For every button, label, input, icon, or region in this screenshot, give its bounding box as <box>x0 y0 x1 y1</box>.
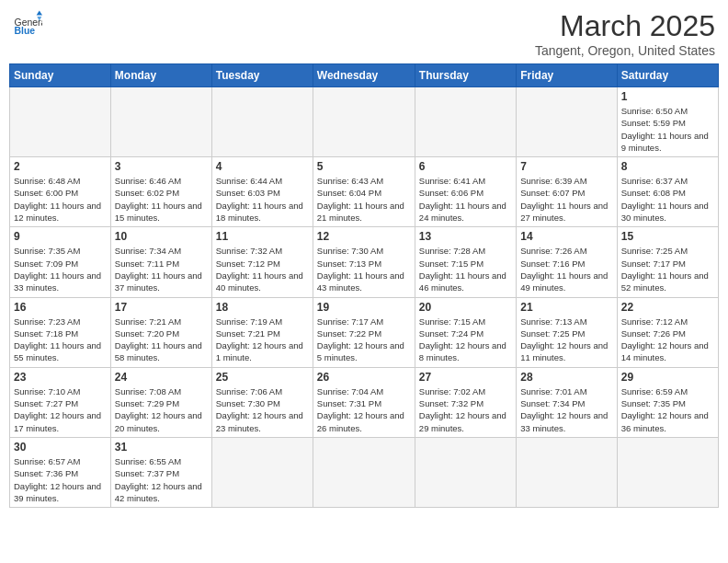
day-cell: 29Sunrise: 6:59 AM Sunset: 7:35 PM Dayli… <box>617 367 718 437</box>
day-cell: 11Sunrise: 7:32 AM Sunset: 7:12 PM Dayli… <box>211 227 313 297</box>
day-number: 10 <box>115 230 208 243</box>
day-cell: 17Sunrise: 7:21 AM Sunset: 7:20 PM Dayli… <box>110 297 211 367</box>
day-number: 4 <box>216 160 309 173</box>
location: Tangent, Oregon, United States <box>535 43 715 58</box>
day-cell <box>313 87 415 157</box>
day-number: 17 <box>115 301 208 314</box>
day-cell: 5Sunrise: 6:43 AM Sunset: 6:04 PM Daylig… <box>313 157 415 227</box>
day-number: 20 <box>419 301 512 314</box>
day-info: Sunrise: 7:32 AM Sunset: 7:12 PM Dayligh… <box>216 245 309 293</box>
week-row-4: 16Sunrise: 7:23 AM Sunset: 7:18 PM Dayli… <box>10 297 719 367</box>
day-number: 24 <box>115 371 208 384</box>
day-cell <box>313 437 415 507</box>
calendar: SundayMondayTuesdayWednesdayThursdayFrid… <box>9 63 719 508</box>
month-title: March 2025 <box>535 9 715 43</box>
day-info: Sunrise: 7:34 AM Sunset: 7:11 PM Dayligh… <box>115 245 208 293</box>
weekday-header-friday: Friday <box>517 64 617 87</box>
day-info: Sunrise: 7:13 AM Sunset: 7:25 PM Dayligh… <box>520 316 612 364</box>
day-info: Sunrise: 7:06 AM Sunset: 7:30 PM Dayligh… <box>216 385 309 434</box>
day-number: 30 <box>14 441 107 454</box>
day-number: 27 <box>419 371 512 384</box>
day-info: Sunrise: 7:10 AM Sunset: 7:27 PM Dayligh… <box>14 385 107 434</box>
day-cell: 31Sunrise: 6:55 AM Sunset: 7:37 PM Dayli… <box>110 437 211 507</box>
day-cell: 12Sunrise: 7:30 AM Sunset: 7:13 PM Dayli… <box>313 227 415 297</box>
day-cell: 16Sunrise: 7:23 AM Sunset: 7:18 PM Dayli… <box>10 297 111 367</box>
day-info: Sunrise: 7:35 AM Sunset: 7:09 PM Dayligh… <box>14 245 107 293</box>
day-cell <box>415 437 516 507</box>
day-number: 29 <box>621 371 714 384</box>
week-row-2: 2Sunrise: 6:48 AM Sunset: 6:00 PM Daylig… <box>10 157 719 227</box>
day-info: Sunrise: 6:43 AM Sunset: 6:04 PM Dayligh… <box>317 175 411 224</box>
day-info: Sunrise: 7:25 AM Sunset: 7:17 PM Dayligh… <box>621 245 714 293</box>
day-number: 8 <box>621 160 714 173</box>
day-cell: 4Sunrise: 6:44 AM Sunset: 6:03 PM Daylig… <box>211 157 313 227</box>
day-info: Sunrise: 7:15 AM Sunset: 7:24 PM Dayligh… <box>419 316 512 364</box>
day-cell: 26Sunrise: 7:04 AM Sunset: 7:31 PM Dayli… <box>313 367 415 437</box>
day-cell: 8Sunrise: 6:37 AM Sunset: 6:08 PM Daylig… <box>617 157 718 227</box>
day-info: Sunrise: 6:50 AM Sunset: 5:59 PM Dayligh… <box>621 105 714 154</box>
weekday-header-tuesday: Tuesday <box>211 64 313 87</box>
day-cell: 23Sunrise: 7:10 AM Sunset: 7:27 PM Dayli… <box>10 367 111 437</box>
day-number: 23 <box>14 371 107 384</box>
day-cell <box>517 87 617 157</box>
day-cell <box>110 87 211 157</box>
day-info: Sunrise: 6:48 AM Sunset: 6:00 PM Dayligh… <box>14 175 107 224</box>
day-cell: 14Sunrise: 7:26 AM Sunset: 7:16 PM Dayli… <box>517 227 617 297</box>
week-row-3: 9Sunrise: 7:35 AM Sunset: 7:09 PM Daylig… <box>10 227 719 297</box>
weekday-header-monday: Monday <box>110 64 211 87</box>
svg-marker-2 <box>37 11 42 16</box>
day-info: Sunrise: 7:17 AM Sunset: 7:22 PM Dayligh… <box>317 316 411 364</box>
day-cell <box>415 87 516 157</box>
day-number: 3 <box>115 160 208 173</box>
day-number: 12 <box>317 230 411 243</box>
day-number: 11 <box>216 230 309 243</box>
day-cell: 9Sunrise: 7:35 AM Sunset: 7:09 PM Daylig… <box>10 227 111 297</box>
weekday-header-sunday: Sunday <box>10 64 111 87</box>
day-cell <box>617 437 718 507</box>
day-info: Sunrise: 6:57 AM Sunset: 7:36 PM Dayligh… <box>14 455 107 504</box>
day-cell: 18Sunrise: 7:19 AM Sunset: 7:21 PM Dayli… <box>211 297 313 367</box>
day-cell <box>10 87 111 157</box>
day-cell: 10Sunrise: 7:34 AM Sunset: 7:11 PM Dayli… <box>110 227 211 297</box>
day-cell: 6Sunrise: 6:41 AM Sunset: 6:06 PM Daylig… <box>415 157 516 227</box>
day-cell <box>211 437 313 507</box>
day-number: 16 <box>14 301 107 314</box>
logo: General Blue <box>13 9 42 39</box>
day-info: Sunrise: 6:44 AM Sunset: 6:03 PM Dayligh… <box>216 175 309 224</box>
page-header: General Blue March 2025 Tangent, Oregon,… <box>9 9 719 58</box>
day-cell: 25Sunrise: 7:06 AM Sunset: 7:30 PM Dayli… <box>211 367 313 437</box>
day-cell: 22Sunrise: 7:12 AM Sunset: 7:26 PM Dayli… <box>617 297 718 367</box>
day-number: 22 <box>621 301 714 314</box>
logo-icon: General Blue <box>13 9 42 39</box>
day-info: Sunrise: 7:19 AM Sunset: 7:21 PM Dayligh… <box>216 316 309 364</box>
day-info: Sunrise: 6:39 AM Sunset: 6:07 PM Dayligh… <box>520 175 612 224</box>
day-cell: 7Sunrise: 6:39 AM Sunset: 6:07 PM Daylig… <box>517 157 617 227</box>
svg-text:Blue: Blue <box>15 26 36 36</box>
day-number: 28 <box>520 371 612 384</box>
weekday-header-thursday: Thursday <box>415 64 516 87</box>
day-cell: 27Sunrise: 7:02 AM Sunset: 7:32 PM Dayli… <box>415 367 516 437</box>
week-row-5: 23Sunrise: 7:10 AM Sunset: 7:27 PM Dayli… <box>10 367 719 437</box>
day-cell: 19Sunrise: 7:17 AM Sunset: 7:22 PM Dayli… <box>313 297 415 367</box>
day-info: Sunrise: 7:30 AM Sunset: 7:13 PM Dayligh… <box>317 245 411 293</box>
day-number: 15 <box>621 230 714 243</box>
day-cell: 28Sunrise: 7:01 AM Sunset: 7:34 PM Dayli… <box>517 367 617 437</box>
day-info: Sunrise: 7:26 AM Sunset: 7:16 PM Dayligh… <box>520 245 612 293</box>
day-info: Sunrise: 6:55 AM Sunset: 7:37 PM Dayligh… <box>115 455 208 504</box>
day-info: Sunrise: 7:23 AM Sunset: 7:18 PM Dayligh… <box>14 316 107 364</box>
day-cell: 2Sunrise: 6:48 AM Sunset: 6:00 PM Daylig… <box>10 157 111 227</box>
day-info: Sunrise: 7:08 AM Sunset: 7:29 PM Dayligh… <box>115 385 208 434</box>
day-info: Sunrise: 6:59 AM Sunset: 7:35 PM Dayligh… <box>621 385 714 434</box>
day-info: Sunrise: 7:21 AM Sunset: 7:20 PM Dayligh… <box>115 316 208 364</box>
day-number: 21 <box>520 301 612 314</box>
day-cell: 1Sunrise: 6:50 AM Sunset: 5:59 PM Daylig… <box>617 87 718 157</box>
weekday-header-saturday: Saturday <box>617 64 718 87</box>
week-row-6: 30Sunrise: 6:57 AM Sunset: 7:36 PM Dayli… <box>10 437 719 507</box>
day-number: 2 <box>14 160 107 173</box>
day-info: Sunrise: 7:02 AM Sunset: 7:32 PM Dayligh… <box>419 385 512 434</box>
day-cell: 3Sunrise: 6:46 AM Sunset: 6:02 PM Daylig… <box>110 157 211 227</box>
day-number: 1 <box>621 90 714 103</box>
day-number: 9 <box>14 230 107 243</box>
day-info: Sunrise: 7:28 AM Sunset: 7:15 PM Dayligh… <box>419 245 512 293</box>
day-number: 5 <box>317 160 411 173</box>
